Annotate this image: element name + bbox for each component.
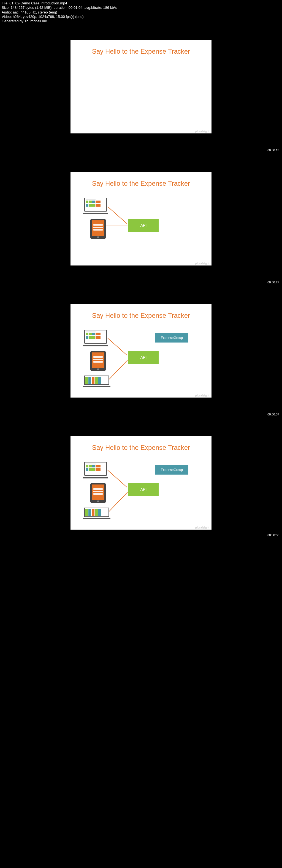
api-block: API [128, 483, 159, 496]
thumbnail-frame-4: Say Hello to the Expense Tracker [70, 436, 212, 530]
watermark: pluralsight [195, 394, 209, 397]
api-label: API [140, 487, 147, 492]
media-info-block: File: 01_02-Demo Case Introduction.mp4 S… [0, 0, 282, 40]
timestamp-band: 00:00:37 [0, 398, 282, 436]
timestamp-band: 00:00:13 [0, 133, 282, 172]
api-block: API [128, 351, 159, 364]
slide-title: Say Hello to the Expense Tracker [70, 40, 212, 55]
slide-title: Say Hello to the Expense Tracker [70, 304, 212, 319]
meta-audio: Audio: aac, 44100 Hz, stereo (eng) [2, 10, 280, 14]
svg-line-4 [109, 360, 128, 379]
thumbnail-frame-2: Say Hello to the Expense Tracker API plu… [70, 172, 212, 266]
thumbnail-frame-3: Say Hello to the Expense Tracker [70, 304, 212, 398]
svg-line-0 [108, 207, 127, 224]
svg-line-2 [108, 338, 127, 355]
timestamp-band: 00:00:50 [0, 530, 282, 540]
svg-line-8 [109, 492, 128, 512]
timestamp: 00:00:27 [267, 281, 279, 284]
entity-label: ExpenseGroup [161, 336, 183, 340]
thumbnail-frame-1: Say Hello to the Expense Tracker plurals… [70, 40, 212, 133]
entity-label: ExpenseGroup [161, 468, 183, 472]
timestamp: 00:00:13 [267, 149, 279, 152]
tablet-icon [90, 351, 106, 371]
api-label: API [140, 355, 147, 360]
desktop-icon [84, 198, 108, 215]
watermark: pluralsight [195, 262, 209, 265]
meta-size: Size: 1484267 bytes (1.42 MiB), duration… [2, 5, 280, 10]
svg-line-5 [108, 470, 127, 487]
tablet-icon [90, 483, 106, 503]
timestamp: 00:00:50 [267, 533, 279, 537]
timestamp: 00:00:37 [267, 413, 279, 416]
watermark: pluralsight [195, 526, 209, 529]
meta-generator: Generated by Thumbnail me [2, 19, 280, 23]
tablet-icon [90, 219, 106, 239]
api-block: API [128, 219, 159, 231]
diagram: API [70, 187, 212, 261]
slide-title: Say Hello to the Expense Tracker [70, 436, 212, 452]
watermark: pluralsight [195, 130, 209, 133]
slide-title: Say Hello to the Expense Tracker [70, 172, 212, 187]
desktop-icon [84, 330, 108, 347]
diagram: API ExpenseGroup [70, 319, 212, 394]
meta-file: File: 01_02-Demo Case Introduction.mp4 [2, 1, 280, 5]
expensegroup-block: ExpenseGroup [155, 465, 188, 474]
diagram: API ExpenseGroup [70, 452, 212, 526]
meta-video: Video: h264, yuv420p, 1024x768, 15.00 fp… [2, 14, 280, 19]
desktop-icon [84, 462, 108, 479]
expensegroup-block: ExpenseGroup [155, 333, 188, 343]
api-label: API [140, 223, 147, 227]
timestamp-band: 00:00:27 [0, 266, 282, 304]
